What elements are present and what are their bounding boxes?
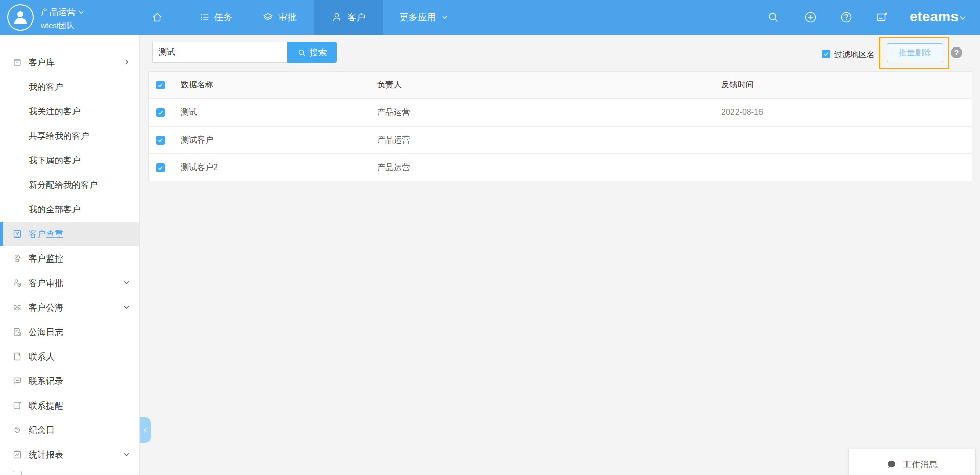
monitor-icon	[13, 254, 22, 263]
sidebar-item-shared-customers[interactable]: 共享给我的客户	[0, 124, 139, 148]
sidebar-item-label: 我的全部客户	[29, 204, 81, 216]
chevron-down-icon	[441, 14, 448, 21]
row-checkbox[interactable]	[156, 108, 165, 117]
chevron-down-icon	[122, 279, 130, 289]
sidebar-item-customer-open-sea[interactable]: 客户公海	[0, 295, 139, 320]
brand-logo[interactable]: eteams	[910, 9, 959, 25]
table-row[interactable]: 测试 产品运营 2022-08-16	[149, 98, 972, 126]
sidebar-item-subordinate-customers[interactable]: 我下属的客户	[0, 148, 139, 173]
home-icon	[152, 12, 163, 23]
nav-tab-label: 审批	[278, 11, 297, 23]
help-circle-icon[interactable]: ?	[951, 47, 962, 58]
sea-log-icon	[13, 327, 22, 337]
add-icon[interactable]	[804, 11, 817, 23]
sidebar-item-partial-icon	[13, 471, 22, 475]
work-message-label: 工作消息	[903, 459, 938, 470]
batch-delete-button[interactable]: 批量删除	[887, 43, 943, 62]
sidebar-item-label: 新分配给我的客户	[29, 179, 98, 191]
sidebar-item-customer-monitor[interactable]: 客户监控	[0, 246, 139, 271]
sidebar-item-label: 联系提醒	[29, 400, 63, 412]
row-checkbox[interactable]	[156, 136, 165, 145]
check-icon	[157, 137, 164, 144]
sidebar-item-label: 客户库	[29, 57, 55, 68]
sidebar-item-contacts[interactable]: 联系人	[0, 344, 139, 369]
search-icon	[298, 49, 306, 57]
nav-tab-approvals[interactable]: 审批	[245, 0, 314, 35]
chat-bubble-icon	[887, 460, 896, 469]
cell-owner: 产品运营	[377, 135, 721, 146]
sidebar-item-label: 我的客户	[29, 81, 63, 93]
sidebar-item-label: 客户审批	[29, 277, 63, 289]
dedupe-results-table: 数据名称 负责人 反馈时间 测试 产品运营 2022-08-16 测试客户 产品…	[148, 71, 972, 181]
nav-tab-more-apps[interactable]: 更多应用	[383, 0, 464, 35]
sidebar-item-newly-assigned-customers[interactable]: 新分配给我的客户	[0, 173, 139, 197]
chevron-down-icon	[78, 9, 84, 15]
cell-data-name: 测试客户	[181, 135, 377, 146]
filter-region-checkbox[interactable]	[822, 50, 830, 58]
search-button[interactable]: 搜索	[287, 42, 337, 63]
help-icon[interactable]	[840, 11, 852, 23]
nav-tab-home[interactable]	[128, 0, 187, 35]
cell-owner: 产品运营	[377, 107, 721, 118]
sidebar-item-label: 共享给我的客户	[29, 130, 89, 142]
chevron-right-icon	[122, 58, 130, 68]
brand-chevron-icon[interactable]	[959, 14, 967, 23]
user-icon	[12, 9, 29, 26]
approval-layers-icon	[262, 12, 274, 23]
sidebar-item-label: 我关注的客户	[29, 106, 81, 117]
sidebar-item-customer-dedupe[interactable]: 客户查重	[0, 222, 139, 246]
cell-feedback-time: 2022-08-16	[721, 108, 972, 117]
sidebar-item-statistics-reports[interactable]: 统计报表	[0, 442, 139, 467]
column-header-owner: 负责人	[377, 80, 721, 90]
search-input[interactable]	[152, 42, 287, 63]
work-message-panel[interactable]: 工作消息	[848, 449, 976, 475]
search-icon[interactable]	[767, 11, 779, 23]
sidebar-item-label: 客户公海	[29, 302, 63, 314]
sidebar-item-label: 联系人	[29, 351, 55, 363]
person-icon	[331, 12, 342, 23]
sidebar-item-customer-approval[interactable]: 客户审批	[0, 271, 139, 295]
nav-tab-tasks[interactable]: 任务	[187, 0, 245, 35]
contact-record-icon	[13, 376, 22, 386]
work-message-icon[interactable]	[876, 11, 888, 23]
sidebar-item-my-customers[interactable]: 我的客户	[0, 75, 139, 99]
column-header-feedback-time: 反馈时间	[721, 80, 972, 90]
nav-tab-customers[interactable]: 客户	[314, 0, 383, 35]
sidebar-item-all-my-customers[interactable]: 我的全部客户	[0, 197, 139, 222]
avatar[interactable]	[7, 4, 34, 31]
nav-tab-label: 更多应用	[400, 11, 436, 23]
chevron-left-icon	[142, 427, 149, 433]
open-sea-waves-icon	[13, 303, 22, 312]
top-bar: 产品运营 wtest团队 任务 审批	[0, 0, 980, 35]
approval-stamp-icon	[13, 278, 22, 288]
sidebar-item-contact-reminders[interactable]: 联系提醒	[0, 393, 139, 418]
sidebar-item-customer-library[interactable]: 客户库	[0, 50, 139, 75]
sidebar-item-label: 纪念日	[29, 424, 55, 436]
search-button-label: 搜索	[310, 46, 327, 58]
contact-reminder-icon	[13, 401, 22, 410]
cell-owner: 产品运营	[377, 162, 721, 173]
sidebar-item-label: 我下属的客户	[29, 155, 81, 167]
chevron-down-icon	[122, 450, 130, 461]
cell-data-name: 测试客户2	[181, 162, 377, 173]
sidebar-item-label: 公海日志	[29, 326, 63, 338]
row-checkbox[interactable]	[156, 163, 165, 172]
sidebar-item-followed-customers[interactable]: 我关注的客户	[0, 99, 139, 124]
sidebar-item-anniversaries[interactable]: 纪念日	[0, 418, 139, 442]
select-all-checkbox[interactable]	[156, 81, 165, 89]
nav-tab-label: 客户	[347, 11, 365, 23]
sidebar-collapse-handle[interactable]	[140, 417, 151, 443]
anniversary-heart-icon	[13, 425, 22, 435]
table-row[interactable]: 测试客户2 产品运营	[149, 153, 972, 181]
sidebar-item-label: 统计报表	[29, 449, 63, 461]
nav-tab-label: 任务	[214, 11, 233, 23]
sidebar-item-label: 客户监控	[29, 253, 63, 265]
contacts-icon	[13, 352, 22, 361]
sidebar-item-contact-records[interactable]: 联系记录	[0, 369, 139, 393]
sidebar-item-open-sea-log[interactable]: 公海日志	[0, 320, 139, 344]
workspace-switcher[interactable]: 产品运营	[41, 6, 84, 18]
cell-data-name: 测试	[181, 107, 377, 118]
archive-box-icon	[13, 58, 22, 67]
table-header-row: 数据名称 负责人 反馈时间	[149, 72, 972, 98]
table-row[interactable]: 测试客户 产品运营	[149, 126, 972, 153]
